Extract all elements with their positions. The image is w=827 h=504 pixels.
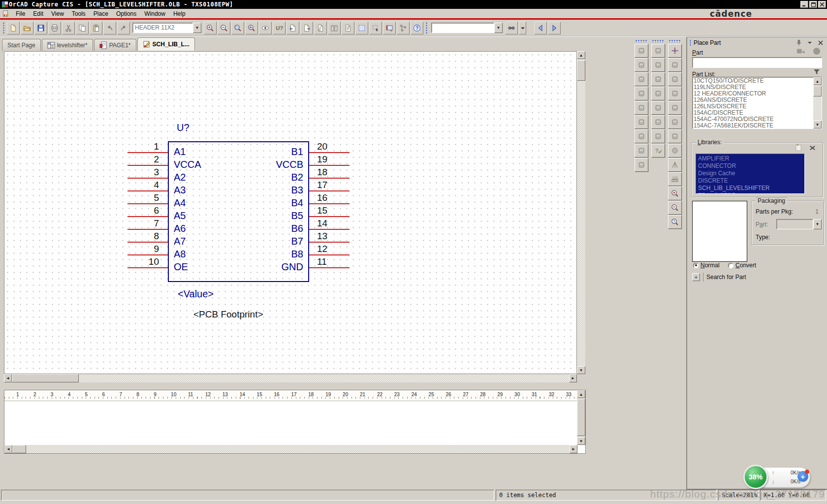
hierarchy-button[interactable] [397,22,410,34]
pin-number[interactable]: 10 [139,256,159,267]
pages-button[interactable] [651,44,665,58]
design-rules-check-button[interactable] [300,22,313,34]
pin-number[interactable]: 12 [317,244,327,254]
zoom-in-tool-button[interactable] [668,187,682,200]
home-button[interactable] [635,129,648,143]
undo-button[interactable] [103,22,116,34]
scroll-down-button[interactable]: ▼ [577,366,585,374]
scroll-thumb[interactable] [12,445,26,453]
pin-wire[interactable] [127,190,168,191]
part-d-button[interactable] [668,115,682,129]
radio-convert[interactable]: Convert [728,262,756,269]
zoom-all-button[interactable] [245,22,258,34]
menu-item-place[interactable]: Place [90,9,112,18]
library-button[interactable] [651,58,665,72]
pin-number[interactable]: 13 [317,231,327,242]
add-library-icon[interactable] [794,144,803,152]
value-label[interactable]: <Value> [178,288,214,300]
net-speed-widget[interactable]: 38% ↑0K/s ↓0K/s + [746,466,810,489]
pin-wire[interactable] [127,216,168,217]
help-check-button[interactable]: ? [651,144,665,158]
pin-wire[interactable] [309,216,350,217]
scroll-thumb[interactable] [577,60,585,81]
pin-name[interactable]: B1 [230,146,303,158]
document-button[interactable] [651,72,665,86]
pin-number[interactable]: 14 [317,218,327,229]
pin-number[interactable]: 6 [139,205,159,216]
redo-button[interactable] [117,22,130,34]
shape-circle-button[interactable] [668,144,682,158]
pin-number[interactable]: 9 [139,244,159,254]
menu-item-edit[interactable]: Edit [29,9,47,18]
part-list-item[interactable]: 154AC-7A5681EK/DISCRETE [694,123,821,129]
library-item[interactable]: DISCRETE [698,177,802,185]
tab-sch-lib-l-[interactable]: SCH_LIB_L... [137,37,195,51]
canvas-horizontal-scrollbar[interactable]: ◄► [4,374,577,382]
menu-item-help[interactable]: Help [169,9,190,18]
toolbar-grip[interactable] [2,22,5,34]
pin-name[interactable]: B6 [230,223,303,234]
add-document-button[interactable] [651,115,665,129]
pin-name[interactable]: B4 [230,197,303,209]
pin-name[interactable]: B3 [230,185,303,196]
scroll-thumb[interactable] [12,374,79,382]
pin-number[interactable]: 16 [317,192,327,203]
scroll-right-button[interactable]: ► [570,445,577,453]
part-list-item[interactable]: 10CTQ150/TO/DISCRETE [694,78,821,84]
library-item[interactable]: TRANSISTOR [698,192,802,194]
pin-number[interactable]: 19 [317,154,327,165]
pin-name[interactable]: VCCB [230,159,303,170]
pin-number[interactable]: 3 [139,167,159,178]
pin-number[interactable]: 17 [317,180,327,190]
pin-name[interactable]: OE [174,261,188,273]
pin-name[interactable]: B5 [230,210,303,221]
zoom-out-tool-button[interactable] [668,201,682,215]
zoom-in-button[interactable] [204,22,217,34]
pin-name[interactable]: GND [230,261,303,273]
find-button[interactable] [505,22,518,34]
scroll-down-button[interactable]: ▼ [813,121,822,128]
part-a-button[interactable] [668,72,682,86]
menu-item-file[interactable]: File [12,9,29,18]
open-document-button[interactable] [21,22,33,34]
part-search-icon[interactable] [812,47,821,55]
schematic-canvas[interactable]: U?1A12VCCA3A24A35A46A57A68A79A810OE20B11… [4,51,577,374]
part-list-item[interactable]: 154AC-470072NO/DISCRETE [694,116,821,123]
pin-number[interactable]: 5 [139,192,159,203]
pin-wire[interactable] [309,254,350,255]
tab-levelshifter-[interactable]: levelshifter* [42,39,93,51]
cr-document-button[interactable] [651,87,665,100]
palette-grip[interactable] [652,39,665,43]
filter-funnel-icon[interactable] [812,68,821,76]
menu-item-view[interactable]: View [47,9,68,18]
palette-grip[interactable] [635,39,648,43]
pin-name[interactable]: B2 [230,172,303,183]
minimize-button[interactable] [800,1,808,8]
toolbar-grip[interactable] [425,22,428,34]
part-e-button[interactable] [668,129,682,143]
back-annotate-button[interactable] [286,22,299,34]
combo-arrow-icon[interactable]: ▼ [494,23,503,33]
pin-name[interactable]: A1 [174,146,186,158]
library-item[interactable]: CONNECTOR [698,162,802,170]
delete-button[interactable] [635,101,648,115]
remove-library-icon[interactable] [808,144,817,152]
scroll-up-button[interactable]: ▲ [577,51,585,59]
pin-name[interactable]: A7 [174,236,186,247]
tab-start-page[interactable]: Start Page [2,39,41,51]
hierarchy-tool-button[interactable] [651,129,665,143]
nav-forward-button[interactable] [548,22,561,34]
bill-of-materials-button[interactable] [342,22,354,34]
help-button[interactable]: ? [411,22,423,34]
part-input[interactable] [692,57,822,68]
zoom-fit-tool-button[interactable]: ? [668,215,682,229]
part-list[interactable]: 10CTQ150/TO/DISCRETE119LNS/DISCRETE12 HE… [692,77,822,129]
library-item[interactable]: Design Cache [698,170,802,177]
part-list-item[interactable]: 154AC/DISCRETE [694,110,821,116]
nav-back-button[interactable] [534,22,547,34]
image-button[interactable] [635,144,648,158]
sync-button[interactable] [635,115,648,129]
export-button[interactable] [635,158,648,172]
pin-name[interactable]: A4 [174,197,186,209]
pushpin-icon[interactable] [795,39,803,47]
